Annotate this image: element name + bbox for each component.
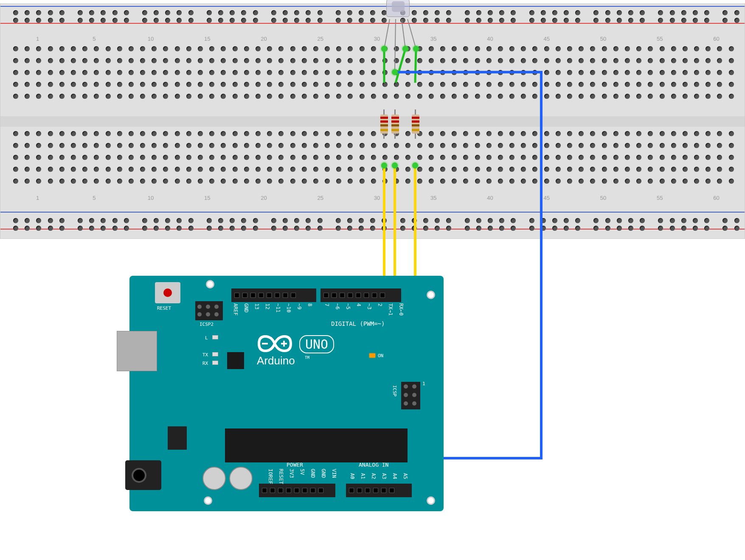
rgb-led-lens (392, 1, 405, 12)
connection-dot (381, 162, 387, 168)
pin-label-3: ~3 (366, 303, 372, 309)
hole-row (0, 18, 745, 23)
rail-red-top (0, 23, 745, 24)
pin-label-5V: 5V (299, 469, 305, 475)
hole-row (0, 82, 745, 87)
rgb-led (386, 0, 410, 17)
uno-label: UNO (299, 335, 334, 353)
tm-label: TM (305, 356, 309, 360)
power-jack (125, 460, 161, 490)
rail-blue-top (0, 6, 745, 7)
breadboard-gap (0, 116, 745, 127)
pin-label-A5: A5 (402, 473, 408, 479)
reset-label: RESET (157, 305, 171, 311)
pin-label-A1: A1 (360, 473, 366, 479)
pin-label-6: ~6 (335, 303, 340, 309)
pin-label-3V3: 3V3 (289, 469, 295, 478)
connection-dot (413, 46, 419, 52)
hole-row (0, 58, 745, 63)
hole-row (0, 155, 745, 160)
connection-dot (412, 162, 418, 168)
pin-label-2: 2 (377, 303, 383, 306)
power-label: POWER (287, 462, 303, 468)
capacitor (202, 467, 226, 490)
capacitor (229, 467, 253, 490)
pin-label-5: ~5 (345, 303, 351, 309)
rx-led (212, 361, 218, 365)
tx-label: TX (202, 352, 208, 358)
power-header (259, 484, 335, 497)
icsp-label: ICSP (392, 385, 397, 397)
hole-row (0, 218, 745, 223)
analog-label: ANALOG IN (359, 462, 388, 468)
pin-label-7: 7 (324, 303, 330, 306)
digital-header-2 (320, 288, 401, 302)
analog-header (346, 484, 412, 497)
icsp-header (401, 382, 420, 409)
connection-dot (392, 69, 398, 75)
col-labels: 151015202530354045505560 (0, 195, 745, 201)
pin-label-4: 4 (356, 303, 362, 306)
pin-label-9: ~9 (296, 303, 302, 309)
arduino-board: RESET ICSP2 DIGITAL (PWM=~) L TX RX UNO … (129, 276, 444, 511)
mounting-hole (206, 280, 214, 288)
pin-label-TX1: TX→1 (388, 303, 394, 316)
reset-button[interactable] (155, 282, 180, 303)
pin-label-A4: A4 (392, 473, 398, 479)
hole-row (0, 131, 745, 136)
col-labels: 151015202530354045505560 (0, 36, 745, 42)
pin-label-8: 8 (307, 303, 313, 306)
mounting-hole (427, 496, 435, 505)
hole-row (0, 226, 745, 231)
hole-row (0, 143, 745, 148)
on-led (369, 353, 375, 358)
voltage-regulator (168, 426, 187, 450)
arduino-label: Arduino (257, 354, 295, 367)
mounting-hole (427, 291, 435, 299)
digital-label: DIGITAL (PWM=~) (331, 320, 385, 327)
connection-dot (381, 46, 387, 52)
icsp-pin-1: 1 (422, 381, 425, 386)
resistor-3 (412, 110, 419, 138)
pin-label-A3: A3 (381, 473, 387, 479)
hole-row (0, 46, 745, 51)
infinity-logo-icon (253, 333, 297, 354)
pin-label-IOREF: IOREF (267, 469, 273, 484)
l-label: L (205, 335, 208, 341)
pin-label-10: ~10 (286, 303, 292, 313)
connection-dot (402, 46, 408, 52)
pin-label-13: 13 (254, 303, 260, 309)
usb-port (117, 331, 157, 371)
icsp2-label: ICSP2 (200, 322, 214, 327)
mounting-hole (204, 496, 212, 505)
hole-row (0, 94, 745, 99)
pin-label-GND: GND (243, 303, 249, 313)
hole-row (0, 179, 745, 184)
rx-label: RX (202, 361, 208, 366)
connection-dot (392, 162, 398, 168)
rail-blue-bot (0, 212, 745, 213)
icsp2-header (195, 301, 223, 320)
digital-header-1 (231, 288, 316, 302)
pin-label-GND: GND (310, 469, 316, 478)
pin-label-RESET: RESET (278, 469, 284, 484)
breadboard: 1510152025303540455055601510152025303540… (0, 3, 745, 239)
tx-led (212, 352, 218, 356)
l-led (212, 335, 218, 339)
resistor-2 (391, 110, 399, 138)
pin-label-A0: A0 (349, 473, 355, 479)
pin-label-VIN: VIN (331, 469, 337, 478)
resistor-1 (380, 110, 388, 138)
pin-label-GND: GND (320, 469, 326, 478)
hole-row (0, 167, 745, 172)
pin-label-A2: A2 (371, 473, 377, 479)
pin-label-AREF: AREF (233, 303, 239, 316)
pin-label-12: 12 (264, 303, 270, 309)
ic-small (227, 352, 244, 369)
hole-row (0, 10, 745, 15)
hole-row (0, 70, 745, 75)
on-label: ON (378, 353, 383, 358)
pin-label-11: ~11 (275, 303, 281, 313)
atmega-chip (225, 428, 408, 462)
pin-label-RX0: RX←0 (398, 303, 404, 316)
